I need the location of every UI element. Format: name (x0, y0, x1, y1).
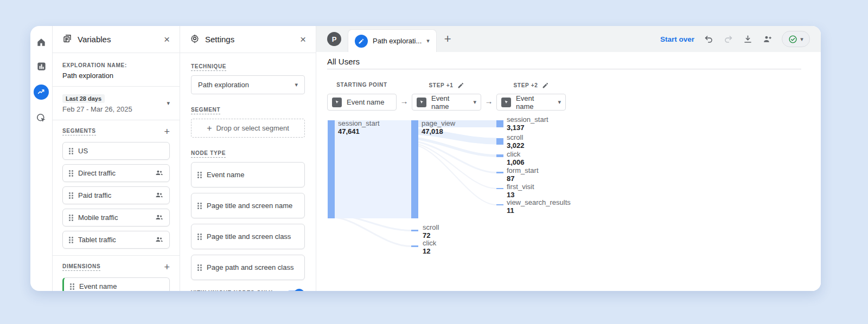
node-bar-step1-scroll[interactable] (411, 230, 418, 231)
drag-handle-icon[interactable] (197, 202, 202, 209)
segments-label: SEGMENTS (62, 128, 96, 135)
node-value: 3,022 (507, 141, 525, 150)
download-icon[interactable] (743, 34, 753, 44)
segment-chip-direct[interactable]: Direct traffic (62, 164, 170, 182)
node-name: session_start (507, 115, 548, 124)
node-value: 11 (507, 206, 571, 215)
node-name: click (423, 239, 436, 247)
drag-handle-icon[interactable] (68, 192, 73, 199)
select-value: Event name (431, 94, 468, 111)
edit-step-icon[interactable] (542, 82, 549, 89)
flow-arrow-icon: → (481, 96, 496, 106)
node-bar-step2-first-visit[interactable] (496, 188, 503, 189)
drag-handle-icon[interactable] (68, 214, 73, 221)
unique-nodes-toggle[interactable] (286, 290, 303, 291)
segment-dropzone[interactable]: + Drop or select segment (191, 119, 305, 138)
drag-handle-icon[interactable] (197, 264, 202, 271)
tab-path-exploration[interactable]: Path explorati... ▾ (348, 29, 437, 52)
segment-chip-paid[interactable]: Paid traffic (62, 186, 170, 204)
exploration-name-value[interactable]: Path exploration (62, 72, 170, 80)
node-label: scroll 3,022 (507, 133, 525, 150)
home-icon[interactable] (36, 37, 47, 48)
segment-chip-us[interactable]: US (62, 142, 170, 160)
node-bar-step1-click[interactable] (411, 245, 418, 247)
status-pill[interactable]: ▾ (782, 31, 810, 47)
redo-icon[interactable] (723, 34, 733, 44)
pill-caret-icon: ▾ (800, 36, 803, 43)
plus-icon: + (207, 124, 212, 133)
node-bar-step2-form-start[interactable] (496, 172, 503, 173)
people-icon (155, 235, 164, 245)
node-bar-step2-scroll[interactable] (496, 138, 503, 145)
settings-panel: Settings × TECHNIQUE Path exploration ▾ … (180, 26, 316, 291)
step-header-label: STEP +1 (429, 82, 453, 88)
explore-icon[interactable] (34, 85, 49, 100)
undo-icon[interactable] (704, 34, 714, 44)
drag-handle-icon[interactable] (68, 147, 73, 154)
drag-handle-icon[interactable] (69, 283, 74, 290)
advertising-icon[interactable] (36, 113, 47, 124)
node-bar-step2-click[interactable] (496, 154, 503, 157)
node-name: scroll (507, 133, 525, 141)
add-dimension-icon[interactable]: + (164, 262, 170, 272)
node-name: form_start (507, 166, 539, 174)
node-bar-step2-view-search-results[interactable] (496, 204, 503, 205)
drag-handle-icon[interactable] (197, 171, 202, 178)
divider (327, 69, 801, 69)
reports-icon[interactable] (36, 61, 47, 72)
add-segment-icon[interactable]: + (164, 127, 170, 137)
share-users-icon[interactable] (762, 34, 773, 44)
date-range-section[interactable]: Last 28 days Feb 27 - Mar 26, 2025 ▾ (53, 87, 180, 120)
node-value: 1,006 (507, 158, 525, 166)
edit-step-icon[interactable] (457, 82, 464, 89)
node-type-page-title-screen-name[interactable]: Page title and screen name (191, 193, 305, 218)
node-type-page-path-screen-class[interactable]: Page path and screen class (191, 255, 305, 280)
drag-handle-icon[interactable] (68, 236, 73, 243)
technique-label: TECHNIQUE (191, 63, 226, 71)
tab-label: Path explorati... (373, 37, 422, 45)
node-bar-step2-session-start[interactable] (496, 120, 503, 127)
date-caret-icon: ▾ (167, 100, 170, 107)
segment-chip-tablet[interactable]: Tablet traffic (62, 231, 170, 249)
step-2-select[interactable]: Event name ▾ (496, 94, 566, 111)
step-header-label: STARTING POINT (336, 82, 387, 88)
starting-point-header: STARTING POINT (327, 82, 397, 88)
starting-point-select[interactable]: Event name (327, 94, 397, 111)
node-cursor-icon (332, 98, 342, 107)
node-label: click 1,006 (507, 150, 525, 166)
drag-handle-icon[interactable] (197, 233, 202, 240)
toggle-knob (294, 289, 304, 291)
segments-list: US Direct traffic Paid traffic (62, 142, 170, 249)
step-1-select[interactable]: Event name ▾ (412, 94, 481, 111)
dimension-chip-event-name[interactable]: Event name (62, 277, 170, 291)
close-variables-icon[interactable]: × (164, 34, 170, 44)
node-type-event-name[interactable]: Event name (191, 162, 305, 187)
close-settings-icon[interactable]: × (300, 34, 306, 44)
node-label: page_view 47,018 (422, 119, 455, 135)
segment-chip-mobile[interactable]: Mobile traffic (62, 209, 170, 226)
technique-select[interactable]: Path exploration ▾ (191, 75, 305, 94)
drag-handle-icon[interactable] (68, 170, 73, 177)
node-bar-session-start[interactable] (328, 120, 335, 218)
node-type-label: NODE TYPE (191, 150, 226, 158)
start-over-button[interactable]: Start over (660, 35, 694, 43)
node-label: scroll 72 (423, 223, 439, 239)
node-bar-page-view[interactable] (411, 120, 418, 218)
node-label: form_start 87 (507, 166, 539, 183)
node-value: 72 (423, 231, 439, 239)
segment-label: Mobile traffic (78, 213, 118, 222)
node-cursor-icon (417, 98, 426, 107)
segment-title: All Users (327, 57, 360, 66)
avatar[interactable]: P (327, 32, 341, 46)
segment-label: Paid traffic (78, 191, 111, 199)
tab-caret-icon[interactable]: ▾ (426, 37, 430, 44)
edit-pencil-icon (355, 35, 368, 48)
segment-label: SEGMENT (191, 107, 220, 114)
node-value: 87 (507, 174, 539, 183)
add-tab-button[interactable]: + (444, 32, 451, 46)
node-type-label-text: Page title and screen class (207, 232, 291, 241)
node-cursor-icon (501, 98, 511, 107)
node-type-label-text: Event name (207, 170, 244, 179)
node-type-page-title-screen-class[interactable]: Page title and screen class (191, 224, 305, 249)
exploration-canvas: All Users STARTING POINT STEP +1 STEP +2… (316, 52, 821, 291)
